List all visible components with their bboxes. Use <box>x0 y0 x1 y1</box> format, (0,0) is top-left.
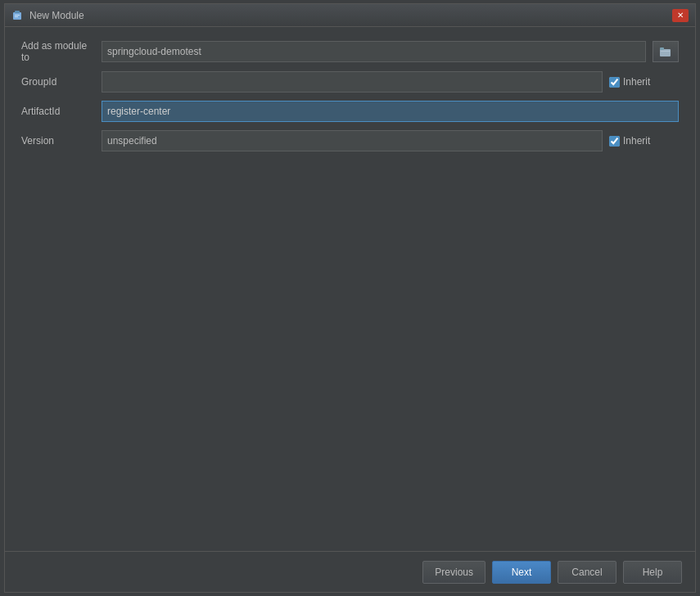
group-id-inherit-wrap: Inherit <box>609 76 679 88</box>
close-button[interactable]: ✕ <box>672 9 689 22</box>
dialog-title: New Module <box>29 10 667 21</box>
previous-button[interactable]: Previous <box>422 561 485 584</box>
svg-rect-2 <box>15 15 20 16</box>
title-bar: New Module ✕ <box>5 4 695 27</box>
browse-button[interactable] <box>653 41 679 62</box>
svg-rect-3 <box>15 16 18 17</box>
svg-rect-5 <box>660 47 664 50</box>
svg-rect-1 <box>15 11 20 13</box>
version-label: Version <box>21 135 95 147</box>
add-as-module-row: Add as module to <box>21 40 679 63</box>
group-id-inherit-label: Inherit <box>623 76 650 88</box>
version-inherit-wrap: Inherit <box>609 135 679 147</box>
version-row: Version Inherit <box>21 130 679 151</box>
dialog-window: New Module ✕ Add as module to GroupId In… <box>4 3 696 593</box>
add-as-module-input[interactable] <box>102 41 646 62</box>
artifact-id-input[interactable] <box>102 101 679 122</box>
add-as-module-label: Add as module to <box>21 40 95 63</box>
group-id-inherit-checkbox[interactable] <box>609 77 620 88</box>
version-inherit-label: Inherit <box>623 135 650 147</box>
version-inherit-checkbox[interactable] <box>609 136 620 147</box>
cancel-button[interactable]: Cancel <box>558 561 616 584</box>
next-button[interactable]: Next <box>492 561 551 584</box>
group-id-label: GroupId <box>21 76 95 88</box>
version-input[interactable] <box>102 130 603 151</box>
svg-rect-6 <box>661 51 670 52</box>
artifact-id-row: ArtifactId <box>21 101 679 122</box>
svg-rect-0 <box>13 12 21 20</box>
module-icon <box>11 9 25 22</box>
artifact-id-label: ArtifactId <box>21 106 95 117</box>
svg-rect-4 <box>660 49 671 56</box>
dialog-footer: Previous Next Cancel Help <box>5 551 695 592</box>
group-id-input[interactable] <box>102 71 603 93</box>
group-id-row: GroupId Inherit <box>21 71 679 93</box>
content-area: Add as module to GroupId Inherit Artifac… <box>5 27 695 551</box>
help-button[interactable]: Help <box>623 561 682 584</box>
